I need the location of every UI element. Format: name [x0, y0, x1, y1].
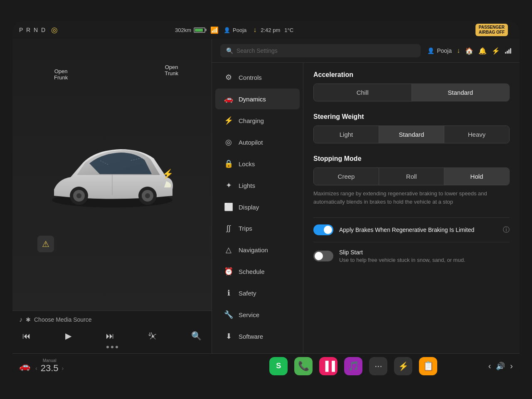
search-bar[interactable]: 🔍 Search Settings — [220, 44, 421, 57]
driver-name-text: Pooja — [233, 27, 246, 33]
notes-app-icon[interactable]: 📋 — [419, 357, 437, 375]
gear-prev-arrow[interactable]: ‹ — [35, 365, 37, 372]
stopping-creep-button[interactable]: Creep — [314, 168, 379, 185]
sidebar-item-autopilot[interactable]: ◎ Autopilot — [215, 132, 300, 153]
stopping-hold-button[interactable]: Hold — [444, 168, 509, 185]
apply-brakes-title: Apply Brakes When Regenerative Braking I… — [339, 227, 497, 233]
brakes-info-icon[interactable]: ⓘ — [503, 226, 510, 234]
search-icon: 🔍 — [226, 47, 233, 54]
more-app-icon[interactable]: ··· — [369, 357, 387, 375]
status-bar: P R N D ◎ 302km 📶 👤 Pooja ↓ 2:42 pm 1°C … — [12, 21, 520, 39]
sidebar-item-trips[interactable]: ∫∫ Trips — [215, 218, 300, 239]
music-note-icon: ♪ — [19, 316, 22, 323]
tire-warning-icon: ◎ — [51, 25, 58, 34]
phone-app-icon[interactable]: 📞 — [294, 357, 313, 375]
search-placeholder: Search Settings — [236, 47, 278, 54]
steering-weight-options: Light Standard Heavy — [313, 126, 510, 143]
apply-brakes-toggle[interactable] — [313, 224, 333, 235]
time-temp-display: ↓ 2:42 pm 1°C — [253, 26, 293, 34]
right-panel: 🔍 Search Settings 👤 Pooja ↓ 🏠 🔔 ⚡ — [212, 39, 520, 353]
prev-track-button[interactable]: ⏮ — [19, 330, 34, 342]
trips-label: Trips — [239, 225, 252, 232]
steering-light-button[interactable]: Light — [314, 126, 379, 143]
slip-start-label: Slip Start Use to help free vehicle stuc… — [339, 249, 510, 263]
stopping-roll-button[interactable]: Roll — [379, 168, 444, 185]
next-track-button[interactable]: ⏭ — [103, 330, 118, 342]
media-player: ♪ ✱ Choose Media Source ⏮ ▶ ⏭ ⏧ 🔍 — [12, 310, 212, 353]
warning-icon: ⚠ — [37, 236, 54, 252]
camera-app-icon[interactable]: 🎵 — [344, 357, 362, 375]
sidebar-item-service[interactable]: 🔧 Service — [215, 304, 300, 325]
bluetooth-media-icon: ✱ — [26, 316, 31, 323]
frunk-button[interactable]: OpenFrunk — [54, 68, 68, 81]
more-symbol: ··· — [374, 361, 382, 372]
settings-header: 🔍 Search Settings 👤 Pooja ↓ 🏠 🔔 ⚡ — [212, 39, 520, 63]
steering-standard-button[interactable]: Standard — [379, 126, 444, 143]
svg-point-7 — [145, 193, 150, 198]
taskbar-left: 🚗 Manual ‹ 23.5 › — [19, 358, 219, 374]
stopping-mode-options: Creep Roll Hold — [313, 167, 510, 185]
gear-next-arrow[interactable]: › — [62, 365, 64, 372]
display-label: Display — [239, 204, 259, 211]
sidebar-item-software[interactable]: ⬇ Software — [215, 326, 300, 347]
gear-number: 23.5 — [41, 363, 59, 374]
warning-line1: PASSENGER — [479, 25, 505, 30]
taskbar-right: ‹ 🔊 › — [488, 361, 513, 371]
car-image: ⚡ — [42, 129, 183, 221]
equalizer-button[interactable]: ⏧ — [145, 330, 160, 342]
dynamics-label: Dynamics — [239, 96, 266, 103]
settings-body: ⚙ Controls 🚗 Dynamics ⚡ Charging ◎ Autop… — [212, 63, 520, 353]
car-home-icon[interactable]: 🚗 — [19, 361, 30, 372]
temp-display: 1°C — [284, 27, 293, 33]
screen-frame: P R N D ◎ 302km 📶 👤 Pooja ↓ 2:42 pm 1°C … — [12, 21, 520, 378]
slip-start-toggle[interactable] — [313, 251, 333, 261]
software-label: Software — [239, 333, 263, 340]
settings-content: Acceleration Chill Standard Steering Wei… — [303, 63, 520, 353]
trunk-label: OpenTrunk — [165, 64, 178, 76]
sidebar-item-lights[interactable]: ✦ Lights — [215, 175, 300, 196]
sidebar-item-safety[interactable]: ℹ Safety — [215, 283, 300, 303]
sidebar-item-controls[interactable]: ⚙ Controls — [215, 67, 300, 88]
sidebar-item-schedule[interactable]: ⏰ Schedule — [215, 261, 300, 282]
bluetooth-app-icon[interactable]: ⚡ — [394, 357, 412, 375]
notes-symbol: 📋 — [423, 361, 434, 372]
service-label: Service — [239, 311, 259, 318]
slip-start-title: Slip Start — [339, 249, 510, 256]
media-source-row[interactable]: ♪ ✱ Choose Media Source — [19, 316, 205, 323]
passenger-warning: PASSENGER AIRBAG OFF — [475, 24, 508, 36]
acceleration-group: Acceleration Chill Standard — [313, 71, 510, 101]
main-content: OpenFrunk OpenTrunk — [12, 39, 520, 353]
steering-heavy-button[interactable]: Heavy — [444, 126, 509, 143]
sidebar-item-dynamics[interactable]: 🚗 Dynamics — [215, 89, 300, 109]
trunk-button[interactable]: OpenTrunk — [165, 64, 178, 76]
navigation-label: Navigation — [239, 246, 268, 254]
sidebar-item-navigation[interactable]: △ Navigation — [215, 239, 300, 260]
acceleration-chill-button[interactable]: Chill — [314, 84, 412, 101]
safety-label: Safety — [239, 290, 256, 297]
sidebar-item-locks[interactable]: 🔒 Locks — [215, 153, 300, 174]
prnd-display: P R N D — [19, 27, 46, 33]
status-left: P R N D ◎ 302km 📶 — [19, 25, 219, 34]
play-button[interactable]: ▶ — [62, 329, 75, 342]
charging-icon: ⚡ — [224, 116, 234, 125]
sidebar-item-charging[interactable]: ⚡ Charging — [215, 110, 300, 131]
sidebar-item-display[interactable]: ⬜ Display — [215, 197, 300, 217]
spotify-app-icon[interactable]: S — [269, 357, 288, 375]
warning-symbol: ⚠ — [42, 239, 49, 249]
search-media-button[interactable]: 🔍 — [188, 329, 205, 342]
nav-prev-button[interactable]: ‹ — [488, 361, 491, 371]
steering-weight-title: Steering Weight — [313, 113, 510, 121]
svg-point-4 — [76, 193, 81, 198]
svg-text:⚡: ⚡ — [162, 168, 174, 180]
nav-next-button[interactable]: › — [510, 361, 513, 371]
acceleration-standard-button[interactable]: Standard — [412, 84, 510, 101]
taskbar: 🚗 Manual ‹ 23.5 › S 📞 ▐▐ 🎵 — [12, 353, 520, 378]
volume-icon[interactable]: 🔊 — [496, 362, 505, 371]
audio-app-icon[interactable]: ▐▐ — [319, 357, 337, 375]
download-icon: ↓ — [253, 26, 256, 34]
time-display: 2:42 pm — [261, 27, 280, 33]
car-view: OpenFrunk OpenTrunk — [12, 39, 212, 310]
controls-icon: ⚙ — [224, 73, 234, 82]
software-icon: ⬇ — [224, 332, 234, 341]
stopping-mode-title: Stopping Mode — [313, 155, 510, 163]
